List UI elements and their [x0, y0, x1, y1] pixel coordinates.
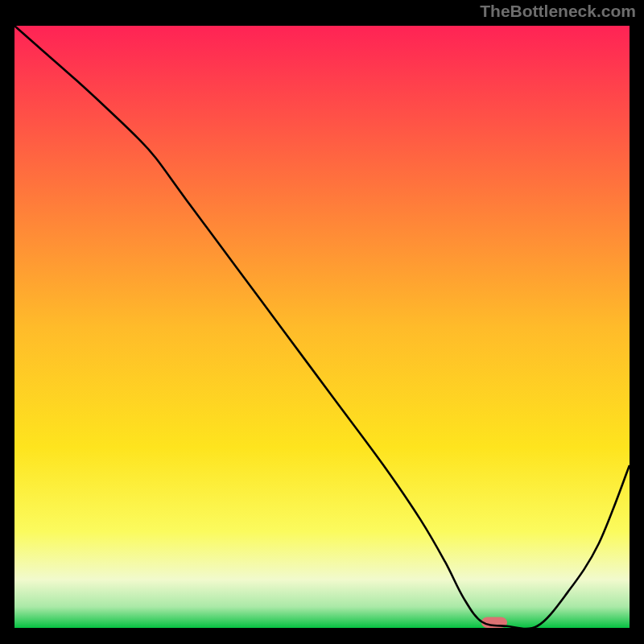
watermark-text: TheBottleneck.com	[480, 2, 636, 21]
chart-svg	[14, 26, 630, 628]
plot-area	[14, 26, 630, 628]
gradient-background	[14, 26, 630, 628]
chart-frame: TheBottleneck.com	[0, 0, 644, 644]
